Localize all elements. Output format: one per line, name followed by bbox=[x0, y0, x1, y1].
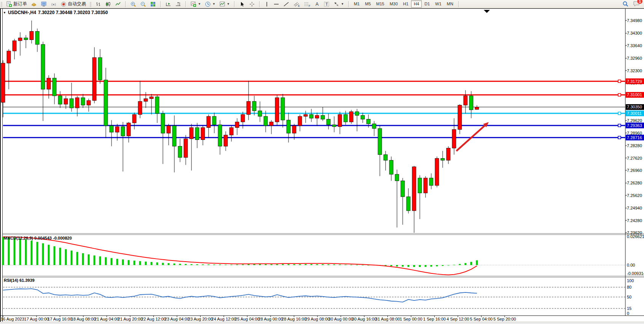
equidistant-channel-button[interactable]: E bbox=[291, 0, 302, 8]
chart-shift-marker[interactable] bbox=[484, 10, 490, 13]
cursor-button[interactable] bbox=[237, 0, 247, 8]
indicators-icon bbox=[219, 1, 225, 7]
candle-body bbox=[212, 116, 216, 125]
line-handle[interactable] bbox=[618, 112, 621, 115]
crosshair-button[interactable] bbox=[247, 0, 257, 8]
macd-histogram-bar bbox=[465, 263, 467, 265]
price-badge-label: 7.31729 bbox=[627, 79, 642, 84]
text-label-button[interactable]: T bbox=[322, 0, 332, 8]
auto-scroll-button[interactable] bbox=[163, 0, 173, 8]
period-button[interactable]: ▼ bbox=[203, 0, 217, 8]
vertical-line-button[interactable] bbox=[262, 0, 271, 8]
toolbar-grip[interactable] bbox=[1, 2, 2, 7]
macd-histogram-bar bbox=[42, 243, 44, 265]
price-tick-label: 7.34980 bbox=[627, 18, 642, 23]
candle-body bbox=[389, 160, 393, 174]
timeframe-m30[interactable]: M30 bbox=[387, 0, 400, 8]
line-handle[interactable] bbox=[618, 80, 621, 83]
indicators-button[interactable]: ▼ bbox=[217, 0, 232, 8]
candle-body bbox=[155, 97, 159, 113]
fibonacci-button[interactable]: F bbox=[302, 0, 312, 8]
candle-body bbox=[429, 178, 433, 186]
candle-body bbox=[298, 116, 302, 126]
candle-body bbox=[304, 114, 308, 116]
tile-windows-icon bbox=[150, 1, 156, 7]
candle-body bbox=[355, 112, 359, 116]
macd-histogram-bar bbox=[54, 246, 56, 265]
zoom-out-icon bbox=[140, 1, 146, 7]
toolbar-grip[interactable] bbox=[90, 2, 91, 7]
macd-histogram-bar bbox=[459, 264, 461, 265]
candle-body bbox=[258, 111, 262, 116]
timeframe-d1[interactable]: D1 bbox=[422, 0, 432, 8]
time-axis-label: 1 Sep 00:00 bbox=[400, 317, 422, 321]
time-axis-label: 30 Aug 16:00 bbox=[352, 317, 377, 321]
tile-windows-button[interactable] bbox=[148, 0, 158, 8]
horizontal-line-button[interactable] bbox=[271, 0, 281, 8]
new-chart-button[interactable]: ▼ bbox=[188, 0, 203, 8]
candle-body bbox=[64, 98, 68, 104]
macd-histogram-bar bbox=[265, 264, 267, 265]
timeframe-h1[interactable]: H1 bbox=[400, 0, 411, 8]
macd-histogram-bar bbox=[116, 259, 118, 265]
candle-body bbox=[378, 129, 382, 155]
timeframe-m1[interactable]: M1 bbox=[351, 0, 362, 8]
autotrading-button[interactable]: 自动交易 bbox=[59, 0, 88, 8]
timeframe-w1[interactable]: W1 bbox=[432, 0, 444, 8]
line-chart-button[interactable] bbox=[113, 0, 123, 8]
text-button[interactable]: A bbox=[312, 0, 322, 8]
chevron-down-icon[interactable]: ▼ bbox=[3, 11, 6, 14]
candlestick-button[interactable] bbox=[103, 0, 113, 8]
candle-body bbox=[98, 57, 102, 80]
chevron-down-icon: ▼ bbox=[198, 2, 201, 6]
chart-window: ▼ USDCNH-,H4 7.30220 7.30448 7.30203 7.3… bbox=[0, 8, 644, 322]
time-axis-label: 29 Aug 08:00 bbox=[305, 317, 330, 321]
search-button[interactable] bbox=[620, 0, 631, 8]
monitor-icon bbox=[41, 1, 47, 7]
candle-body bbox=[424, 178, 427, 193]
macd-histogram-bar bbox=[419, 265, 421, 267]
price-badge-label: 7.30011 bbox=[627, 111, 642, 116]
notifications-button[interactable]: 1 bbox=[633, 0, 640, 8]
zoom-out-button[interactable] bbox=[138, 0, 148, 8]
candle-body bbox=[367, 119, 370, 124]
timeframe-h4[interactable]: H4 bbox=[411, 0, 422, 8]
line-handle[interactable] bbox=[618, 124, 621, 127]
market-watch-button[interactable] bbox=[29, 0, 39, 8]
time-axis-label: 5 Sep 20:00 bbox=[493, 317, 516, 321]
candle-body bbox=[349, 112, 353, 122]
bar-chart-button[interactable] bbox=[93, 0, 103, 8]
macd-histogram-bar bbox=[82, 253, 84, 265]
candle-body bbox=[230, 127, 233, 135]
text-a-icon: A bbox=[314, 1, 320, 7]
candle-body bbox=[18, 38, 22, 41]
chart-canvas[interactable]: 7.349807.343007.336407.329607.323007.316… bbox=[0, 9, 644, 322]
line-handle[interactable] bbox=[618, 94, 621, 96]
rsi-line bbox=[3, 289, 477, 302]
arrows-button[interactable]: ▼ bbox=[332, 0, 346, 8]
price-badge-label: 7.30350 bbox=[627, 105, 642, 109]
candle-body bbox=[384, 155, 387, 160]
chart-shift-button[interactable] bbox=[173, 0, 183, 8]
macd-histogram-bar bbox=[293, 264, 295, 265]
autotrading-label: 自动交易 bbox=[68, 1, 86, 7]
candle-body bbox=[138, 102, 142, 114]
candle-body bbox=[452, 129, 456, 148]
macd-histogram-bar bbox=[191, 264, 193, 265]
time-axis-label: 23 Aug 04:00 bbox=[165, 317, 190, 321]
new-order-button[interactable]: 新订单 bbox=[4, 0, 29, 8]
terminal-button[interactable] bbox=[39, 0, 49, 8]
macd-histogram-bar bbox=[362, 265, 364, 265]
timeframe-m5[interactable]: M5 bbox=[362, 0, 373, 8]
drawing-group: E F A T ▼ bbox=[261, 0, 347, 8]
zoom-in-button[interactable] bbox=[128, 0, 138, 8]
trendline-button[interactable] bbox=[281, 0, 291, 8]
signals-button[interactable] bbox=[49, 0, 59, 8]
macd-histogram-bar bbox=[99, 256, 101, 265]
candle-body bbox=[53, 78, 56, 96]
line-handle[interactable] bbox=[618, 136, 621, 139]
timeframe-m15[interactable]: M15 bbox=[373, 0, 387, 8]
timeframe-mn[interactable]: MN bbox=[444, 0, 456, 8]
time-axis-label: 4 Sep 12:00 bbox=[446, 317, 469, 321]
macd-histogram-bar bbox=[219, 265, 221, 265]
